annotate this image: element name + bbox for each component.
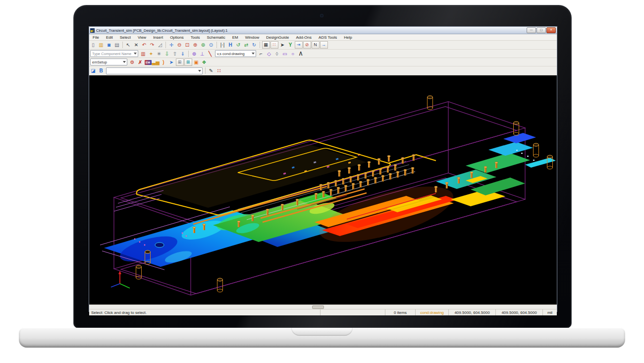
redo-button[interactable]: ↷ (149, 41, 156, 49)
em-3d-view (89, 75, 557, 304)
zoom-in-button[interactable]: ⊕ (192, 41, 199, 49)
close-button[interactable]: ✕ (546, 27, 556, 33)
menu-file[interactable]: File (89, 35, 103, 40)
status-snap-position: 409.5000, 604.5000 (495, 309, 542, 315)
zoom-fit-button[interactable]: ⊛ (200, 41, 207, 49)
insert-polygon-button[interactable]: ◇ (266, 50, 273, 58)
window-title: Circuit_Transient_sim [PCB_Design_lib:Ci… (96, 28, 227, 33)
insert-component-button[interactable]: ✦ (148, 50, 155, 58)
probe-pen-button[interactable]: ✎ (208, 67, 215, 74)
view-3d-em-button[interactable]: ⊞ (176, 59, 184, 66)
toolbar-separator (216, 42, 217, 48)
status-cursor-position: 409.5000, 604.5000 (448, 309, 495, 315)
menu-ads-tools[interactable]: ADS Tools (315, 35, 340, 40)
delete-button[interactable]: ✕ (133, 41, 140, 49)
bookmark-button[interactable]: B (98, 67, 105, 74)
search-combobox[interactable] (106, 67, 203, 74)
menu-em[interactable]: EM (229, 35, 242, 40)
net-toggle-button[interactable]: N (312, 41, 320, 49)
push-right-button[interactable]: ⇥ (295, 41, 303, 49)
menu-bar: File Edit Select View Insert Options Too… (89, 34, 557, 41)
zoom-window-button[interactable]: ⊡ (184, 41, 191, 49)
measure-gap-button[interactable]: |·| (219, 41, 226, 49)
menu-options[interactable]: Options (166, 35, 187, 40)
em-visualization-button[interactable]: ▣ (193, 59, 200, 66)
insert-pin-arrow-button[interactable]: Y (287, 41, 294, 49)
dot-grid-button[interactable]: ∷ (215, 67, 223, 74)
menu-window[interactable]: Window (242, 35, 263, 40)
view-3d-solver-button[interactable]: ⊠ (184, 59, 192, 66)
minimize-button[interactable]: — (527, 27, 536, 33)
rotate-cw-button[interactable]: ↻ (251, 41, 258, 49)
insert-circle-button[interactable]: ○ (289, 50, 297, 58)
em-plot-button[interactable]: ▃▅ (152, 59, 160, 66)
component-history-button[interactable]: ✳ (156, 50, 163, 58)
push-into-hierarchy-button[interactable]: ⇩ (163, 50, 171, 58)
component-name-combobox[interactable]: Type Component Name (90, 50, 138, 57)
status-bar: Select: Click and drag to select. 0 item… (89, 309, 557, 315)
print-button[interactable]: ▤ (113, 41, 121, 49)
menu-designguide[interactable]: DesignGuide (263, 35, 292, 40)
menu-select[interactable]: Select (116, 35, 134, 40)
em-setup-combobox[interactable]: emSetup (90, 59, 127, 65)
menu-help[interactable]: Help (340, 35, 355, 40)
transform-button[interactable]: ◿ (157, 41, 164, 49)
menu-schematic[interactable]: Schematic (203, 35, 228, 40)
rotate-ccw-button[interactable]: ↺ (235, 41, 242, 49)
insert-polyline-button[interactable]: ◊ (273, 50, 281, 58)
eraser-tool-button[interactable]: ◪ (90, 67, 97, 74)
menu-addons[interactable]: Add-Ons (292, 35, 315, 40)
toolbar-insert: Type Component Name ▥ ✦ ✳ ⇩ ⇧ ⇓ ⊚ ⊥ ╲ v,… (89, 50, 557, 58)
substrate-editor-button[interactable]: ❖ (201, 59, 208, 66)
pan-view-button[interactable]: ✛ (168, 41, 175, 49)
toolbar-separator (122, 42, 123, 48)
zoom-out-button[interactable]: ⊖ (176, 41, 183, 49)
horizontal-scrollbar[interactable] (89, 304, 557, 309)
layout-canvas[interactable] (89, 75, 557, 304)
new-design-button[interactable]: ▯ (90, 41, 97, 49)
insert-path-button[interactable]: ⌐ (258, 50, 265, 58)
pick-tool-button[interactable]: ➤ (279, 41, 286, 49)
window-controls: — ▢ ✕ (527, 27, 557, 33)
app-icon (90, 28, 95, 33)
em-setup-button[interactable]: ⚙ (129, 59, 136, 66)
toolbar-separator (205, 67, 206, 74)
menu-insert[interactable]: Insert (150, 35, 166, 40)
status-spare-field (320, 309, 385, 315)
hierarchy-tree-button[interactable]: ⇓ (179, 50, 187, 58)
move-next-button[interactable]: → (320, 41, 328, 49)
snap-options-button[interactable]: ∷ (270, 41, 278, 49)
insert-rectangle-button[interactable]: ▭ (281, 50, 289, 58)
swap-items-button[interactable]: ⇄ (243, 41, 250, 49)
menu-tools[interactable]: Tools (187, 35, 204, 40)
open-design-button[interactable]: ▥ (98, 41, 105, 49)
arc-tool-button[interactable]: ) (160, 59, 167, 66)
em-simulate-button[interactable]: EM (145, 60, 152, 65)
insert-port-button[interactable]: ⊥ (199, 50, 206, 58)
pop-out-of-hierarchy-button[interactable]: ⇧ (171, 50, 179, 58)
scrollbar-thumb[interactable] (312, 305, 324, 309)
em-clear-button[interactable]: ✗ (137, 59, 144, 66)
select-pointer-button[interactable]: ↖ (125, 41, 132, 49)
undo-button[interactable]: ↶ (141, 41, 148, 49)
snap-grid-button[interactable]: ▦ (262, 41, 270, 49)
zoom-selection-button[interactable]: ⊙ (208, 41, 215, 49)
toolbar-separator (260, 42, 260, 48)
library-browser-button[interactable]: ▥ (140, 50, 147, 58)
webcam-icon (320, 14, 323, 17)
layer-combobox[interactable]: v,s cond:drawing (215, 50, 256, 57)
laptop-base (19, 328, 625, 348)
insert-via-button[interactable]: ⊚ (191, 50, 198, 58)
maximize-button[interactable]: ▢ (537, 27, 546, 33)
pick-probe-button[interactable]: ➤ (168, 59, 175, 66)
insert-text-button[interactable]: Λ (297, 50, 305, 58)
insert-trace-button[interactable]: ╲ (207, 50, 214, 58)
distribute-button[interactable]: H (227, 41, 234, 49)
save-design-button[interactable]: ◙ (106, 41, 113, 49)
menu-edit[interactable]: Edit (103, 35, 116, 40)
snap-off-button[interactable]: ⊘ (303, 41, 311, 49)
toolbar-em: emSetup ⚙ ✗ EM ▃▅ ) ➤ ⊞ ⊠ ▣ ❖ (89, 58, 557, 66)
menu-view[interactable]: View (134, 35, 150, 40)
status-units: mil (542, 309, 557, 315)
laptop-lid: Circuit_Transient_sim [PCB_Design_lib:Ci… (73, 5, 572, 328)
